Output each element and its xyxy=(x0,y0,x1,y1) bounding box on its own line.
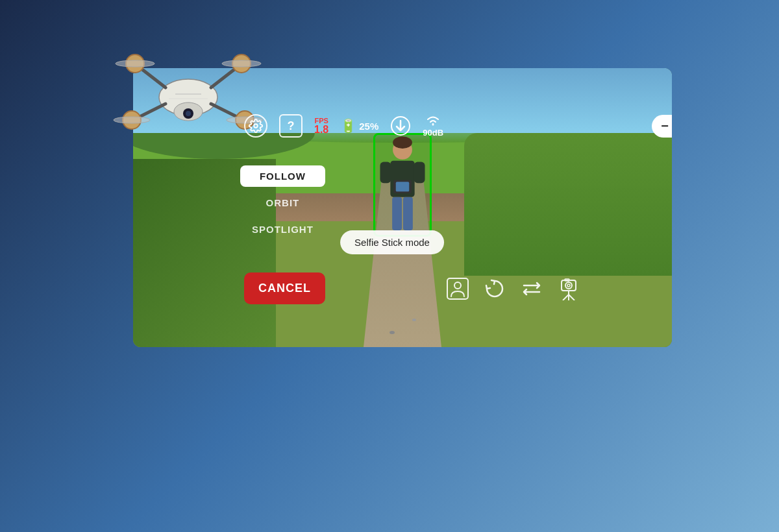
fps-value: 1.8 xyxy=(314,125,328,135)
person-select-icon[interactable] xyxy=(446,277,469,300)
svg-point-29 xyxy=(432,123,434,125)
battery-percentage: 25% xyxy=(359,121,378,132)
download-indicator xyxy=(390,115,411,136)
svg-rect-21 xyxy=(380,162,391,184)
fps-display: FPS 1.8 xyxy=(314,117,328,135)
svg-point-3 xyxy=(186,111,191,116)
mode-buttons-panel: FOLLOW ORBIT SPOTLIGHT xyxy=(234,159,332,247)
bottom-icons-group xyxy=(338,277,672,300)
svg-point-14 xyxy=(114,117,150,123)
fps-label: FPS xyxy=(314,117,328,125)
follow-mode-button[interactable]: FOLLOW xyxy=(240,165,325,187)
wifi-db-value: 90dB xyxy=(423,128,443,138)
bottom-bar: CANCEL xyxy=(234,265,672,311)
svg-line-37 xyxy=(563,295,569,300)
help-button[interactable]: ? xyxy=(279,114,303,138)
battery-icon: 🔋 xyxy=(340,118,356,134)
svg-point-27 xyxy=(254,124,258,128)
orbit-label: ORBIT xyxy=(266,197,300,208)
cancel-button[interactable]: CANCEL xyxy=(244,272,325,304)
svg-point-33 xyxy=(565,282,572,289)
follow-label: FOLLOW xyxy=(260,171,306,182)
cancel-label: CANCEL xyxy=(258,282,311,295)
svg-rect-24 xyxy=(396,182,410,191)
auto-control[interactable]: − Auto + xyxy=(652,115,672,138)
svg-line-38 xyxy=(569,295,575,300)
svg-rect-22 xyxy=(414,162,425,184)
rotate-icon[interactable] xyxy=(484,278,506,300)
tooltip-text: Selfie Stick mode xyxy=(354,237,430,248)
battery-display: 🔋 25% xyxy=(340,118,378,134)
svg-point-31 xyxy=(454,282,461,289)
spotlight-label: SPOTLIGHT xyxy=(252,224,314,235)
selfie-stick-tooltip: Selfie Stick mode xyxy=(340,230,444,254)
swap-arrows-icon[interactable] xyxy=(520,277,543,300)
settings-button[interactable] xyxy=(244,114,267,138)
tracking-box xyxy=(373,133,432,237)
svg-rect-25 xyxy=(392,197,402,230)
wifi-display: 90dB xyxy=(423,115,443,138)
svg-point-13 xyxy=(222,60,261,67)
auto-minus-button[interactable]: − xyxy=(661,119,669,134)
orbit-mode-button[interactable]: ORBIT xyxy=(240,192,325,213)
app-container: Selfie Stick mode ? FPS 1.8 🔋 xyxy=(32,32,747,500)
hud-top-bar: ? FPS 1.8 🔋 25% xyxy=(234,104,672,148)
svg-point-34 xyxy=(567,284,570,287)
svg-point-12 xyxy=(116,60,155,67)
svg-rect-26 xyxy=(403,197,413,230)
spotlight-mode-button[interactable]: SPOTLIGHT xyxy=(240,219,325,240)
tripod-camera-icon[interactable] xyxy=(558,277,580,300)
